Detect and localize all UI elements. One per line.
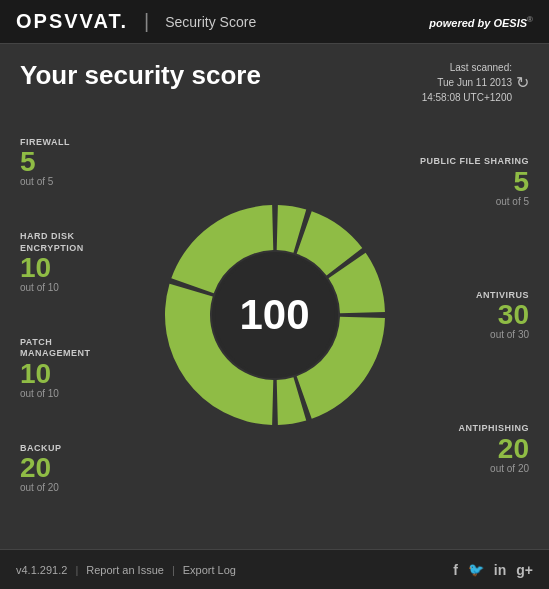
header-left: OPSVVAT. | Security Score	[16, 10, 256, 33]
last-scanned: Last scanned: Tue Jun 11 2013 14:58:08 U…	[422, 60, 512, 105]
logo: OPSVVAT.	[16, 10, 128, 33]
hdd-outof: out of 10	[20, 282, 160, 293]
patch-outof: out of 10	[20, 388, 160, 399]
score-backup: BACKUP 20 out of 20	[20, 443, 160, 494]
main-content: Your security score Last scanned: Tue Ju…	[0, 44, 549, 549]
firewall-value: 5	[20, 148, 160, 176]
googleplus-icon[interactable]: g+	[516, 562, 533, 578]
score-layout: FIREWALL 5 out of 5 HARD DISKENCRYPTION …	[20, 115, 529, 515]
header-divider: |	[144, 10, 149, 33]
patch-label: PATCHMANAGEMENT	[20, 337, 160, 360]
powered-by-text: powered by OESIS®	[429, 17, 533, 29]
footer-sep1: |	[75, 564, 78, 576]
backup-value: 20	[20, 454, 160, 482]
facebook-icon[interactable]: f	[453, 562, 458, 578]
labels-left: FIREWALL 5 out of 5 HARD DISKENCRYPTION …	[20, 115, 160, 515]
page-title: Your security score	[20, 60, 261, 91]
twitter-icon[interactable]: 🐦	[468, 562, 484, 577]
report-issue-link[interactable]: Report an Issue	[86, 564, 164, 576]
labels-right: PUBLIC FILE SHARING 5 out of 5 ANTIVIRUS…	[389, 115, 529, 515]
export-log-link[interactable]: Export Log	[183, 564, 236, 576]
footer-sep2: |	[172, 564, 175, 576]
firewall-label: FIREWALL	[20, 137, 160, 149]
patch-value: 10	[20, 360, 160, 388]
firewall-outof: out of 5	[20, 176, 160, 187]
version-label: v4.1.291.2	[16, 564, 67, 576]
hdd-value: 10	[20, 254, 160, 282]
public-outof: out of 5	[496, 196, 529, 207]
linkedin-icon[interactable]: in	[494, 562, 506, 578]
score-patch: PATCHMANAGEMENT 10 out of 10	[20, 337, 160, 399]
antivirus-value: 30	[498, 301, 529, 329]
footer: v4.1.291.2 | Report an Issue | Export Lo…	[0, 549, 549, 589]
antiphishing-outof: out of 20	[490, 463, 529, 474]
refresh-icon[interactable]: ↻	[516, 73, 529, 92]
score-display: 100	[239, 291, 309, 339]
footer-left: v4.1.291.2 | Report an Issue | Export Lo…	[16, 564, 236, 576]
header: OPSVVAT. | Security Score powered by OES…	[0, 0, 549, 44]
antivirus-outof: out of 30	[490, 329, 529, 340]
footer-right: f 🐦 in g+	[453, 562, 533, 578]
score-firewall: FIREWALL 5 out of 5	[20, 137, 160, 188]
hdd-label: HARD DISKENCRYPTION	[20, 231, 160, 254]
antiphishing-value: 20	[498, 435, 529, 463]
public-value: 5	[513, 168, 529, 196]
scan-info: Last scanned: Tue Jun 11 2013 14:58:08 U…	[422, 60, 529, 105]
score-hdd-encryption: HARD DISKENCRYPTION 10 out of 10	[20, 231, 160, 293]
score-public: PUBLIC FILE SHARING 5 out of 5	[389, 156, 529, 207]
donut-center: 100	[215, 255, 335, 375]
backup-outof: out of 20	[20, 482, 160, 493]
score-antivirus: ANTIVIRUS 30 out of 30	[389, 290, 529, 341]
donut-chart: .seg { fill: #8fbc45; }	[155, 195, 395, 435]
title-row: Your security score Last scanned: Tue Ju…	[20, 60, 529, 105]
header-title: Security Score	[165, 14, 256, 30]
score-antiphishing: ANTIPHISHING 20 out of 20	[389, 423, 529, 474]
powered-by: powered by OESIS®	[429, 13, 533, 31]
